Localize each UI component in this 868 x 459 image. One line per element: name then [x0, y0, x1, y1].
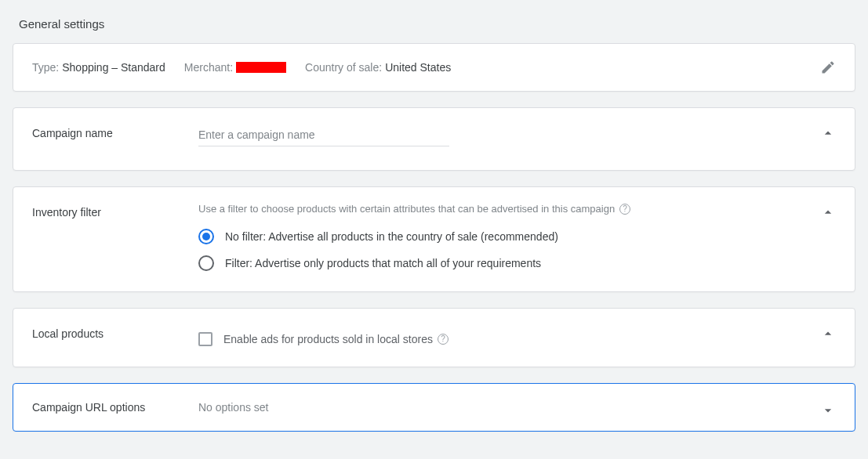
- local-products-card: Local products Enable ads for products s…: [13, 308, 855, 367]
- inventory-filter-row: Inventory filter Use a filter to choose …: [13, 187, 855, 291]
- campaign-url-options-value: No options set: [198, 401, 269, 414]
- merchant-label: Merchant:: [184, 61, 233, 74]
- type-label: Type:: [32, 61, 59, 74]
- summary-card: Type: Shopping – Standard Merchant: Coun…: [13, 43, 855, 92]
- inventory-filter-label: Inventory filter: [32, 203, 198, 219]
- summary-country: Country of sale: United States: [305, 61, 451, 74]
- local-products-check-label: Enable ads for products sold in local st…: [223, 333, 449, 345]
- campaign-name-card: Campaign name: [13, 107, 855, 171]
- country-label: Country of sale:: [305, 61, 382, 74]
- inventory-filter-card: Inventory filter Use a filter to choose …: [13, 186, 855, 292]
- summary-merchant: Merchant:: [184, 61, 286, 74]
- page-title: General settings: [19, 17, 855, 31]
- radio-filter-label: Filter: Advertise only products that mat…: [225, 257, 541, 269]
- help-icon[interactable]: ?: [438, 334, 449, 345]
- local-products-check-line[interactable]: Enable ads for products sold in local st…: [198, 332, 836, 346]
- campaign-name-label: Campaign name: [32, 124, 198, 139]
- campaign-url-options-row[interactable]: Campaign URL options No options set: [13, 384, 855, 431]
- radio-filter[interactable]: Filter: Advertise only products that mat…: [198, 255, 836, 271]
- radio-no-filter[interactable]: No filter: Advertise all products in the…: [198, 229, 836, 244]
- country-value: United States: [385, 61, 451, 74]
- inventory-filter-hint: Use a filter to choose products with cer…: [198, 203, 836, 215]
- radio-no-filter-label: No filter: Advertise all products in the…: [225, 230, 558, 243]
- campaign-name-row: Campaign name: [13, 108, 855, 170]
- help-icon[interactable]: ?: [619, 204, 630, 215]
- local-products-label: Local products: [32, 324, 198, 340]
- campaign-url-options-label: Campaign URL options: [32, 401, 198, 414]
- type-value: Shopping – Standard: [62, 61, 165, 74]
- chevron-up-icon[interactable]: [820, 125, 836, 141]
- summary-row: Type: Shopping – Standard Merchant: Coun…: [13, 44, 855, 91]
- local-products-checkbox[interactable]: [198, 332, 212, 346]
- radio-no-filter-control[interactable]: [198, 229, 214, 244]
- campaign-name-input[interactable]: [198, 124, 449, 146]
- campaign-url-options-card[interactable]: Campaign URL options No options set: [13, 383, 855, 432]
- chevron-up-icon[interactable]: [820, 204, 836, 220]
- merchant-value-redacted: [236, 62, 286, 73]
- inventory-filter-hint-text: Use a filter to choose products with cer…: [198, 203, 615, 215]
- local-products-row: Local products Enable ads for products s…: [13, 309, 855, 367]
- summary-type: Type: Shopping – Standard: [32, 61, 165, 74]
- chevron-up-icon[interactable]: [820, 326, 836, 342]
- radio-filter-control[interactable]: [198, 255, 214, 271]
- chevron-down-icon[interactable]: [820, 403, 836, 418]
- local-products-check-text: Enable ads for products sold in local st…: [223, 333, 433, 345]
- pencil-icon[interactable]: [820, 60, 836, 75]
